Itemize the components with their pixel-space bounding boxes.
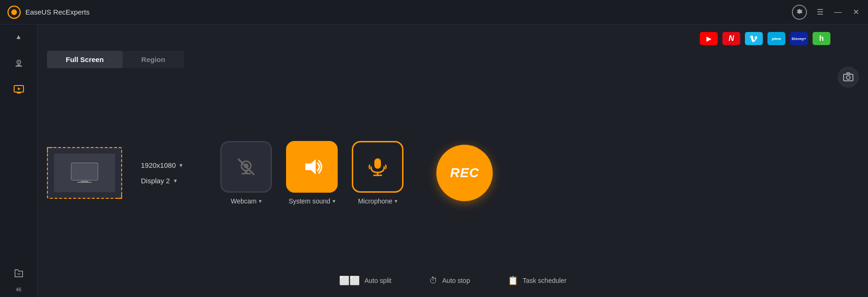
display-value: Display 2 <box>141 177 170 185</box>
controls-row: 1920x1080 ▾ Display 2 ▾ <box>47 78 859 268</box>
main-layout: ▲ <box>0 24 868 297</box>
microphone-button[interactable] <box>352 141 403 193</box>
display-arrow: ▾ <box>174 177 177 184</box>
microphone-chevron: ▾ <box>395 198 397 204</box>
media-buttons: Webcam ▾ System sound <box>220 141 403 205</box>
sidebar-bottom: 46 <box>7 261 31 292</box>
system-sound-icon <box>301 156 323 178</box>
auto-stop-action[interactable]: ⏱ Auto stop <box>429 276 470 286</box>
webcam-chevron: ▾ <box>259 198 262 204</box>
selector-group: 1920x1080 ▾ Display 2 ▾ <box>141 161 183 185</box>
webcam-label: Webcam <box>231 197 256 205</box>
files-icon <box>13 268 24 279</box>
streaming-bar: ▶ N prime Disney+ h <box>47 32 859 45</box>
gear-icon <box>796 8 803 16</box>
microphone-group: Microphone ▾ <box>352 141 403 205</box>
camera-icon <box>843 72 853 82</box>
screenshot-button[interactable] <box>838 67 859 87</box>
files-badge: 46 <box>16 287 21 292</box>
tab-full-screen[interactable]: Full Screen <box>47 51 123 68</box>
webcam-icon <box>13 57 24 69</box>
vimeo-icon <box>750 34 758 43</box>
task-scheduler-label: Task scheduler <box>523 277 566 284</box>
task-scheduler-icon: 📋 <box>508 275 518 286</box>
sidebar-item-files[interactable] <box>7 261 31 286</box>
svg-rect-10 <box>71 163 98 180</box>
rec-button[interactable]: REC <box>436 145 493 201</box>
tab-row: Full Screen Region <box>47 51 859 68</box>
screen-preview <box>47 147 122 199</box>
svg-point-3 <box>18 62 19 63</box>
svg-rect-19 <box>374 158 381 169</box>
media-icon <box>13 84 24 95</box>
title-bar-controls: ☰ — ✕ <box>792 5 860 20</box>
sidebar-item-webcam[interactable] <box>7 51 31 75</box>
resolution-dropdown[interactable]: 1920x1080 ▾ <box>141 161 183 169</box>
corner-top-left <box>47 147 53 153</box>
resolution-value: 1920x1080 <box>141 161 176 169</box>
stream-vimeo[interactable] <box>745 32 763 45</box>
bottom-actions: ⬜⬜ Auto split ⏱ Auto stop 📋 Task schedul… <box>47 268 859 289</box>
corner-bottom-right <box>116 193 122 199</box>
resolution-arrow: ▾ <box>179 162 183 169</box>
app-logo <box>8 6 21 19</box>
svg-rect-16 <box>245 171 248 173</box>
stream-prime[interactable]: prime <box>767 32 785 45</box>
auto-stop-icon: ⏱ <box>429 276 438 286</box>
screen-preview-inner <box>54 154 115 192</box>
task-scheduler-action[interactable]: 📋 Task scheduler <box>508 275 566 286</box>
webcam-group: Webcam ▾ <box>220 141 272 205</box>
menu-button[interactable]: ☰ <box>815 8 825 16</box>
svg-rect-4 <box>18 64 20 65</box>
auto-split-action[interactable]: ⬜⬜ Auto split <box>339 275 392 286</box>
stream-hulu[interactable]: h <box>813 32 830 45</box>
close-button[interactable]: ✕ <box>851 8 860 16</box>
microphone-label: Microphone <box>358 197 392 205</box>
svg-marker-18 <box>305 159 316 174</box>
microphone-label-group[interactable]: Microphone ▾ <box>358 197 397 205</box>
tab-region[interactable]: Region <box>123 51 184 68</box>
svg-point-1 <box>11 9 17 15</box>
svg-point-23 <box>846 76 850 79</box>
stream-netflix[interactable]: N <box>722 32 740 45</box>
sidebar-collapse-button[interactable]: ▲ <box>8 28 29 45</box>
svg-rect-17 <box>241 173 251 174</box>
webcam-button[interactable] <box>220 141 272 193</box>
auto-split-label: Auto split <box>364 277 392 284</box>
auto-split-icon: ⬜⬜ <box>339 275 360 286</box>
svg-marker-6 <box>18 87 21 90</box>
system-sound-label-group[interactable]: System sound ▾ <box>288 197 335 205</box>
title-bar: EaseUS RecExperts ☰ — ✕ <box>0 0 868 24</box>
microphone-icon <box>366 156 389 178</box>
stream-youtube[interactable]: ▶ <box>700 32 718 45</box>
system-sound-label: System sound <box>288 197 330 205</box>
display-dropdown[interactable]: Display 2 ▾ <box>141 177 183 185</box>
monitor-preview-icon <box>70 162 99 183</box>
minimize-button[interactable]: — <box>833 8 843 16</box>
rec-label: REC <box>450 165 479 180</box>
sidebar: ▲ <box>0 24 38 297</box>
auto-stop-label: Auto stop <box>442 277 470 284</box>
system-sound-chevron: ▾ <box>333 198 335 204</box>
content-area: ▶ N prime Disney+ h Full Screen Region <box>38 24 868 297</box>
stream-disney[interactable]: Disney+ <box>790 32 808 45</box>
settings-button[interactable] <box>792 5 807 20</box>
webcam-off-icon <box>236 156 256 177</box>
app-title: EaseUS RecExperts <box>25 8 792 16</box>
system-sound-button[interactable] <box>286 141 338 193</box>
system-sound-group: System sound ▾ <box>286 141 338 205</box>
webcam-label-group[interactable]: Webcam ▾ <box>231 197 262 205</box>
sidebar-item-media[interactable] <box>7 77 31 102</box>
